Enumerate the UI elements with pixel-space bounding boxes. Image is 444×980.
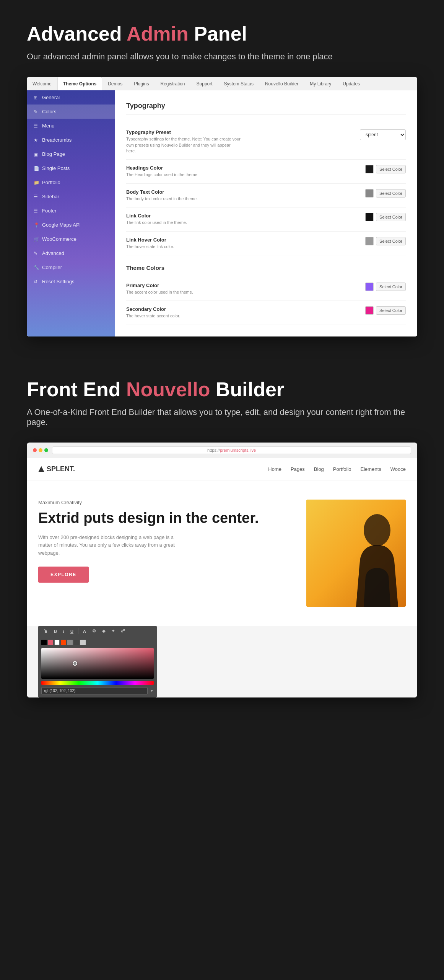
posts-icon: 📄 [34, 166, 39, 171]
toolbar-btn-more[interactable]: ✦ [110, 628, 116, 634]
sidebar-item-google-maps[interactable]: 📍 Google Maps API [27, 218, 115, 232]
body-color-label: Body Text Color [126, 189, 198, 195]
option-typography-preset: Typography Preset Typography settings fo… [126, 124, 406, 160]
browser-bar: https://premiumscripts.live [27, 443, 417, 458]
toolbar-btn-bold[interactable]: B [52, 629, 59, 634]
tab-my-library[interactable]: My Library [304, 77, 337, 90]
sidebar-item-colors[interactable]: ✎ Colors [27, 105, 115, 119]
hero-title: Extrid puts design in the center. [38, 510, 291, 527]
secondary-color-btn[interactable]: Select Color [376, 306, 406, 315]
toolbar-btn-underline[interactable]: U [69, 629, 75, 634]
link-hover-btn[interactable]: Select Color [376, 237, 406, 245]
nouvello-subtitle: A One-of-a-Kind Front End Builder that a… [27, 407, 417, 427]
link-hover-swatch[interactable] [365, 237, 374, 245]
option-link-color: Link Color The link color used in the th… [126, 207, 406, 231]
nouvello-title-part3: Builder [210, 378, 285, 400]
toolbar-btn-cursor[interactable]: 🖱 [42, 629, 49, 634]
option-text-body-color: Body Text Color The body text color used… [126, 189, 198, 202]
swatch-light-gray[interactable] [80, 640, 86, 645]
headings-color-control[interactable]: Select Color [365, 165, 406, 173]
swatch-black[interactable] [41, 640, 47, 645]
toolbar-btn-image[interactable]: ◈ [101, 628, 107, 634]
toolbar-btn-font-color[interactable]: A [81, 629, 88, 634]
body-color-control[interactable]: Select Color [365, 189, 406, 198]
headings-color-swatch[interactable] [365, 165, 374, 173]
url-domain: premiumscripts.live [220, 448, 256, 452]
option-text-headings-color: Headings Color The Headings color used i… [126, 165, 198, 178]
sidebar-label-compiler: Compiler [42, 265, 62, 270]
body-color-swatch[interactable] [365, 189, 374, 198]
link-color-control[interactable]: Select Color [365, 213, 406, 221]
body-color-btn[interactable]: Select Color [376, 189, 406, 198]
typography-preset-control[interactable]: splent [360, 129, 406, 140]
swatch-dark-gray[interactable] [74, 640, 79, 645]
typography-preset-select[interactable]: splent [360, 129, 406, 140]
option-text-link-hover: Link Hover Color The hover state link co… [126, 237, 174, 250]
swatch-orange-red[interactable] [61, 640, 66, 645]
link-color-desc: The link color used in the theme. [126, 220, 187, 225]
swatch-white[interactable] [54, 640, 60, 645]
tab-theme-options[interactable]: Theme Options [57, 77, 102, 90]
sidebar-item-blog-page[interactable]: ▣ Blog Page [27, 147, 115, 161]
swatch-red[interactable] [48, 640, 53, 645]
tab-updates[interactable]: Updates [337, 77, 366, 90]
toolbar-btn-settings[interactable]: ☍ [119, 628, 127, 634]
admin-panel-title: Advanced Admin Panel [27, 23, 417, 45]
sidebar-item-portfolio[interactable]: 📁 Portfolio [27, 175, 115, 189]
link-color-btn[interactable]: Select Color [376, 213, 406, 221]
gradient-circle-handle[interactable] [73, 661, 77, 666]
nav-link-woocommerce[interactable]: Wooce [390, 466, 406, 472]
sidebar-item-single-posts[interactable]: 📄 Single Posts [27, 161, 115, 175]
tab-plugins[interactable]: Plugins [128, 77, 155, 90]
tab-registration[interactable]: Registration [155, 77, 191, 90]
hero-image [306, 500, 406, 607]
option-body-text-color: Body Text Color The body text color used… [126, 184, 406, 207]
hero-explore-btn[interactable]: EXPLORE [38, 567, 89, 583]
primary-color-btn[interactable]: Select Color [376, 283, 406, 291]
tab-welcome[interactable]: Welcome [27, 77, 57, 90]
website-hero: Maximum Creativity Extrid puts design in… [27, 480, 417, 626]
tab-demos[interactable]: Demos [102, 77, 128, 90]
tab-support[interactable]: Support [191, 77, 218, 90]
link-color-swatch[interactable] [365, 213, 374, 221]
headings-color-btn[interactable]: Select Color [376, 165, 406, 173]
primary-color-swatch[interactable] [365, 283, 374, 291]
color-gradient-picker[interactable] [41, 648, 154, 679]
sidebar-item-reset-settings[interactable]: ↺ Reset Settings [27, 274, 115, 289]
nav-link-pages[interactable]: Pages [291, 466, 305, 472]
swatch-gray[interactable] [67, 640, 73, 645]
nav-link-home[interactable]: Home [268, 466, 281, 472]
title-part3: Panel [189, 23, 247, 45]
nav-link-blog[interactable]: Blog [314, 466, 324, 472]
nav-link-elements[interactable]: Elements [361, 466, 381, 472]
toolbar-btn-link[interactable]: ⚙ [91, 628, 98, 634]
star-icon: ★ [34, 137, 39, 143]
primary-color-control[interactable]: Select Color [365, 283, 406, 291]
tab-nouvello-builder[interactable]: Nouvello Builder [259, 77, 304, 90]
secondary-color-swatch[interactable] [365, 306, 374, 315]
admin-body: ⊞ General ✎ Colors ☰ Menu ★ Breadcrumbs … [27, 90, 417, 336]
sidebar-item-woocommerce[interactable]: 🛒 WooCommerce [27, 232, 115, 246]
sidebar-label-woocommerce: WooCommerce [42, 236, 76, 242]
tab-system-status[interactable]: System Status [218, 77, 259, 90]
sidebar-item-footer[interactable]: ☰ Footer [27, 204, 115, 218]
sidebar-item-general[interactable]: ⊞ General [27, 90, 115, 105]
typography-preset-desc: Typography settings for the theme. Note:… [126, 136, 241, 154]
sidebar-item-breadcrumbs[interactable]: ★ Breadcrumbs [27, 133, 115, 147]
sidebar-item-advanced[interactable]: ✎ Advanced [27, 246, 115, 260]
color-input-arrow[interactable]: ▼ [150, 689, 154, 693]
logo-text: SPLENT. [47, 465, 75, 473]
option-secondary-color: Secondary Color The hover state accent c… [126, 301, 406, 325]
toolbar-btn-italic[interactable]: I [62, 629, 66, 634]
color-input-field[interactable] [41, 687, 148, 694]
sidebar-item-sidebar[interactable]: ☰ Sidebar [27, 189, 115, 204]
nav-link-portfolio[interactable]: Portfolio [333, 466, 351, 472]
color-swatches-row [41, 640, 154, 645]
secondary-color-control[interactable]: Select Color [365, 306, 406, 315]
link-hover-control[interactable]: Select Color [365, 237, 406, 245]
sidebar-item-compiler[interactable]: 🔧 Compiler [27, 260, 115, 274]
sidebar-item-menu[interactable]: ☰ Menu [27, 119, 115, 133]
color-hue-bar[interactable] [41, 681, 154, 685]
admin-panel-mock: Welcome Theme Options Demos Plugins Regi… [27, 77, 417, 336]
sidebar-label-google-maps: Google Maps API [42, 222, 81, 228]
